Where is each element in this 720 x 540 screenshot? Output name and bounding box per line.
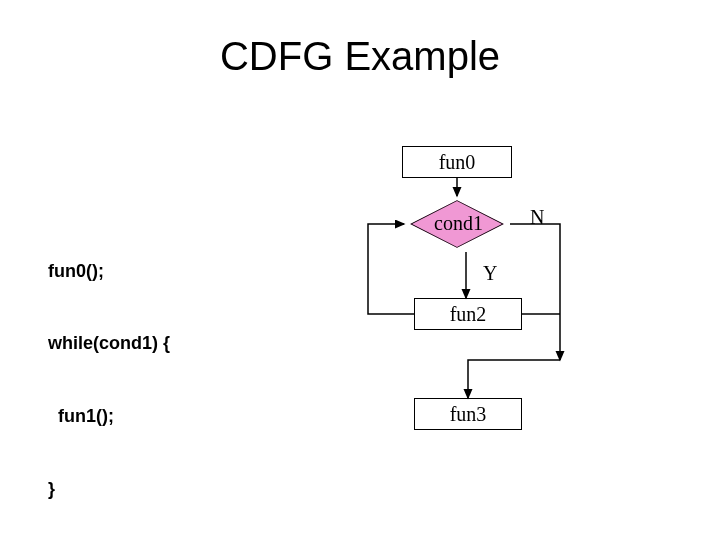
node-fun0: fun0 bbox=[402, 146, 512, 178]
page-title: CDFG Example bbox=[0, 34, 720, 79]
code-line-4: } bbox=[48, 477, 170, 501]
node-cond1-label: cond1 bbox=[434, 212, 483, 235]
node-fun2-label: fun2 bbox=[450, 303, 487, 326]
code-line-3: fun1(); bbox=[48, 404, 170, 428]
slide: CDFG Example fun0(); while(cond1) { fun1… bbox=[0, 0, 720, 540]
node-fun2: fun2 bbox=[414, 298, 522, 330]
node-fun3-label: fun3 bbox=[450, 403, 487, 426]
node-fun3: fun3 bbox=[414, 398, 522, 430]
edge-label-no: N bbox=[530, 206, 544, 229]
code-block: fun0(); while(cond1) { fun1(); } fun2(); bbox=[48, 210, 170, 540]
code-line-2: while(cond1) { bbox=[48, 331, 170, 355]
code-line-1: fun0(); bbox=[48, 259, 170, 283]
node-fun0-label: fun0 bbox=[439, 151, 476, 174]
node-cond1: cond1 bbox=[404, 196, 510, 252]
edge-label-yes: Y bbox=[483, 262, 497, 285]
